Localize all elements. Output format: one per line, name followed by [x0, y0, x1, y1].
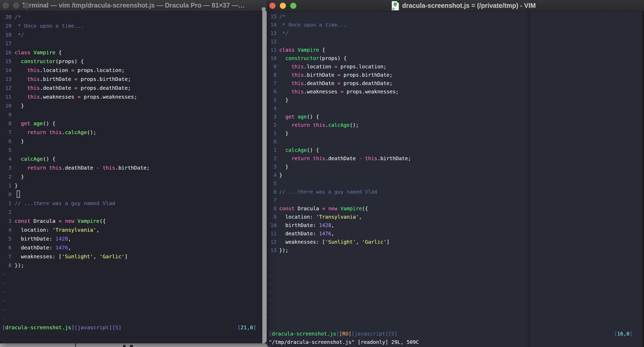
- code-line[interactable]: 6 deathDate: 1476,: [2, 243, 263, 252]
- code-line[interactable]: 20/*: [2, 13, 263, 21]
- code-line[interactable]: 4}: [269, 171, 639, 180]
- terminal-scrollbar[interactable]: [262, 11, 267, 343]
- code-line[interactable]: 1// ...there was a guy named Vlad: [2, 199, 263, 208]
- code-line[interactable]: 2 }: [2, 172, 263, 181]
- minimize-button[interactable]: [13, 2, 19, 9]
- terminal-titlebar[interactable]: Terminal — vim /tmp/dracula-screenshot.j…: [0, 0, 267, 11]
- code-line[interactable]: 9: [2, 110, 263, 119]
- empty-line-tilde: ~: [2, 279, 263, 288]
- code-line[interactable]: 15 constructor(props) {: [2, 57, 263, 66]
- code-line[interactable]: 8});: [2, 261, 263, 270]
- code-line[interactable]: 6 }: [2, 137, 263, 146]
- code-line[interactable]: 14 this.location = props.location;: [2, 66, 263, 75]
- token: deathDate:: [15, 244, 56, 251]
- code-line[interactable]: 9 location: 'Transylvania',: [269, 213, 639, 221]
- code-line[interactable]: 13});: [269, 246, 639, 255]
- code-line[interactable]: 5: [269, 180, 639, 188]
- line-number: 7: [269, 79, 277, 88]
- token: * Once upon a time...: [279, 22, 347, 28]
- code-line[interactable]: 8 get age() {: [2, 119, 263, 128]
- code-line[interactable]: 7 weaknesses: ['Sunlight', 'Garlic']: [2, 252, 263, 261]
- token: =: [322, 206, 325, 212]
- code-line[interactable]: 4 calcAge() {: [2, 154, 263, 163]
- code-line[interactable]: 3const Dracula = new Vampire({: [2, 217, 263, 225]
- code-line[interactable]: 3 }: [269, 163, 639, 171]
- token: -: [359, 155, 362, 161]
- code-line[interactable]: 11 this.weaknesses = props.weaknesses;: [2, 92, 263, 101]
- close-button[interactable]: [269, 3, 276, 9]
- code-line[interactable]: 13 */: [269, 29, 639, 38]
- code-line[interactable]: 0: [269, 138, 639, 146]
- token: ,: [359, 214, 362, 220]
- code-line[interactable]: 17: [2, 39, 263, 48]
- line-number: 8: [269, 71, 277, 79]
- code-line[interactable]: 5: [2, 146, 263, 154]
- code-line[interactable]: 3 return this.deathDate - this.birthDate…: [2, 163, 263, 172]
- code-line[interactable]: 2 return this.deathDate - this.birthDate…: [269, 154, 639, 163]
- minimize-button[interactable]: [280, 3, 286, 9]
- code-line[interactable]: 11class Vampire {: [269, 46, 639, 54]
- code-line[interactable]: 0: [2, 190, 263, 199]
- code-line[interactable]: 1}: [2, 181, 263, 190]
- vim-buffer-left: 20/*19 * Once upon a time...18 */1716cla…: [0, 11, 263, 341]
- document-fold-corner: [397, 1, 399, 3]
- token: [javascript][S]: [351, 331, 397, 337]
- token: ,: [356, 239, 362, 245]
- token: * Once upon a time...: [15, 23, 84, 29]
- close-button[interactable]: [3, 2, 9, 9]
- token: =: [337, 72, 341, 78]
- code-line[interactable]: 6// ...there was a guy named Vlad: [269, 188, 639, 196]
- line-number: 6: [2, 137, 11, 146]
- code-line[interactable]: 10 }: [2, 101, 263, 110]
- code-line[interactable]: 6 this.weaknesses = props.weaknesses;: [269, 88, 639, 96]
- token: ,: [331, 231, 335, 237]
- code-line[interactable]: 11 deathDate: 1476,: [269, 230, 639, 238]
- code-line[interactable]: 18 */: [2, 30, 263, 39]
- code-line[interactable]: 8 this.birthDate = props.birthDate;: [269, 71, 639, 79]
- code-line[interactable]: 13 this.birthDate = props.birthDate;: [2, 75, 263, 83]
- line-text: get age() {: [279, 113, 319, 121]
- tilde-marker: ~: [269, 263, 272, 271]
- code-line[interactable]: 8const Dracula = new Vampire({: [269, 205, 639, 213]
- token: [: [237, 324, 241, 331]
- code-line[interactable]: 7 this.deathDate = props.deathDate;: [269, 79, 639, 88]
- code-line[interactable]: 1 calcAge() {: [269, 146, 639, 154]
- macvim-titlebar[interactable]: js dracula-screenshot.js = (/private/tmp…: [267, 0, 644, 11]
- empty-line-tilde: ~: [269, 313, 639, 321]
- token: birthDate:: [279, 222, 319, 228]
- token: [279, 80, 291, 86]
- zoom-button[interactable]: [23, 2, 30, 9]
- code-line[interactable]: 5 birthDate: 1428,: [2, 234, 263, 243]
- code-line[interactable]: 2 return this.calcAge();: [269, 121, 639, 129]
- code-line[interactable]: 19 * Once upon a time...: [2, 21, 263, 30]
- token: birthDate:: [15, 236, 56, 242]
- code-line[interactable]: 15/*: [269, 13, 639, 21]
- token: [279, 155, 291, 161]
- line-text: this.birthDate = props.birthDate;: [279, 71, 392, 79]
- code-line[interactable]: 2: [2, 208, 263, 217]
- token: () {: [307, 114, 319, 120]
- code-line[interactable]: 7: [269, 196, 639, 205]
- code-line[interactable]: 12 weaknesses: ['Sunlight', 'Garlic']: [269, 238, 639, 246]
- code-line[interactable]: 12: [269, 38, 639, 46]
- token: [15, 58, 21, 64]
- code-line[interactable]: 12 this.deathDate = props.deathDate;: [2, 83, 263, 92]
- code-line[interactable]: 7 return this.calcAge();: [2, 128, 263, 137]
- code-line[interactable]: 10 birthDate: 1428,: [269, 221, 639, 230]
- code-line[interactable]: 10 constructor(props) {: [269, 54, 639, 63]
- code-line[interactable]: 9 this.location = props.location;: [269, 63, 639, 71]
- token: =: [71, 67, 74, 73]
- code-line[interactable]: 16class Vampire {: [2, 48, 263, 57]
- code-line[interactable]: 14 * Once upon a time...: [269, 21, 639, 29]
- code-line[interactable]: 3 get age() {: [269, 113, 639, 121]
- code-line[interactable]: 5 }: [269, 96, 639, 104]
- token: [30, 49, 33, 56]
- code-line[interactable]: 1 }: [269, 129, 639, 138]
- code-line[interactable]: 4: [269, 104, 639, 113]
- zoom-button[interactable]: [290, 3, 296, 9]
- code-line[interactable]: 4 location: 'Transylvania',: [2, 225, 263, 234]
- token: }: [279, 97, 288, 103]
- line-number: 10: [269, 221, 277, 230]
- tilde-marker: ~: [269, 313, 272, 321]
- line-number: 15: [269, 13, 277, 21]
